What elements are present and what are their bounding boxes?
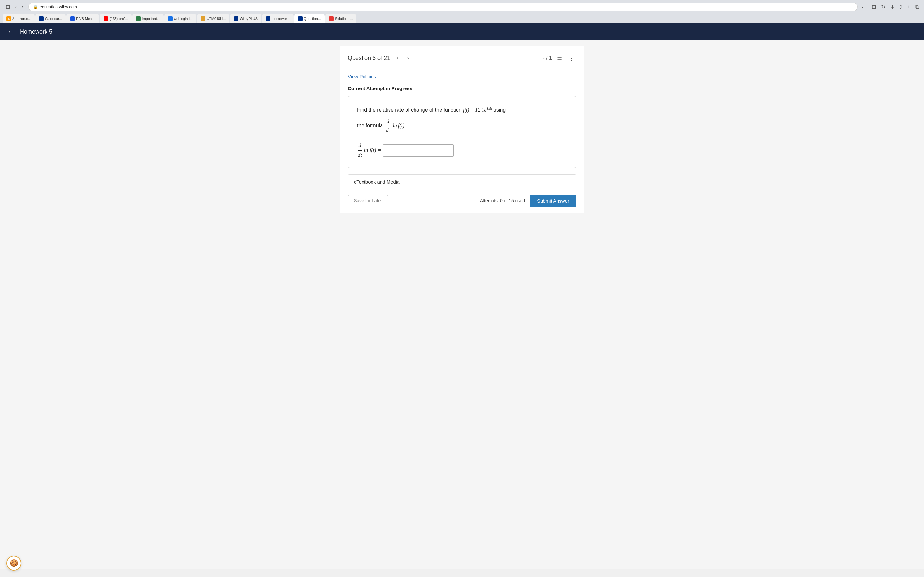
more-options-btn[interactable]: ⋮ <box>567 53 576 63</box>
formula-expression: ln f(t). <box>393 122 405 128</box>
tab-youtube[interactable]: (135) prof... <box>100 14 132 23</box>
formula-fraction: d dt <box>385 117 390 135</box>
question-controls: - / 1 ☰ ⋮ <box>543 53 576 63</box>
url-display: education.wiley.com <box>40 5 77 9</box>
sidebar-toggle-btn[interactable]: ⊞ <box>4 3 12 11</box>
function-expression: f(t) = 12.1e1.5t <box>463 107 492 113</box>
browser-tab-bar: a Amazon.c... Calendar... FIVB Men'... (… <box>0 14 924 23</box>
page-header: ← Homework 5 <box>0 23 924 40</box>
toolbar-actions: 🛡 ⊞ ↻ ⬇ ⤴ + ⧉ <box>860 3 920 11</box>
tab-label-homework: Homewor... <box>272 17 290 21</box>
address-bar[interactable]: 🔒 education.wiley.com <box>28 3 858 11</box>
question-nav: Question 6 of 21 ‹ › <box>348 54 412 62</box>
main-content: Question 6 of 21 ‹ › - / 1 ☰ ⋮ View Poli… <box>0 40 924 569</box>
lock-icon: 🔒 <box>33 5 38 9</box>
tab-weblogin[interactable]: weblogin i... <box>164 14 196 23</box>
browser-toolbar: ⊞ ‹ › 🔒 education.wiley.com 🛡 ⊞ ↻ ⬇ ⤴ + … <box>0 0 924 14</box>
share-btn[interactable]: ⤴ <box>898 3 903 11</box>
math-answer-row: d dt ln f(t) = <box>357 141 567 160</box>
tab-homework[interactable]: Homewor... <box>262 14 294 23</box>
question-list-btn[interactable]: ☰ <box>556 53 564 63</box>
new-tab-btn[interactable]: + <box>906 3 911 11</box>
next-question-btn[interactable]: › <box>405 54 411 62</box>
score-display: - / 1 <box>543 55 552 61</box>
cookie-consent-btn[interactable]: 🍪 <box>6 556 21 569</box>
nav-buttons: ⊞ ‹ › <box>4 3 26 11</box>
page-title: Homework 5 <box>20 29 52 35</box>
attempt-status: Current Attempt in Progress <box>340 83 584 96</box>
tab-label-amazon: Amazon.c... <box>12 17 31 21</box>
attempts-text: Attempts: 0 of 15 used <box>480 198 525 203</box>
reload-btn[interactable]: ↻ <box>880 3 887 11</box>
question-box: Find the relative rate of change of the … <box>348 96 576 168</box>
tab-fivb[interactable]: FIVB Men'... <box>66 14 99 23</box>
tab-label-calendar: Calendar... <box>45 17 62 21</box>
submit-answer-btn[interactable]: Submit Answer <box>530 195 576 207</box>
tab-label-youtube: (135) prof... <box>110 17 128 21</box>
tab-label-question: Question... <box>304 17 321 21</box>
tab-label-important: Important... <box>142 17 160 21</box>
tab-label-weblogin: weblogin i... <box>174 17 192 21</box>
tab-wileyplus[interactable]: WileyPLUS <box>230 14 262 23</box>
header-back-button[interactable]: ← <box>6 27 15 37</box>
view-policies-link[interactable]: View Policies <box>348 74 376 79</box>
tab-label-wileyplus: WileyPLUS <box>240 17 258 21</box>
cookie-icon: 🍪 <box>10 559 18 567</box>
right-controls: Attempts: 0 of 15 used Submit Answer <box>480 195 576 207</box>
tab-amazon[interactable]: a Amazon.c... <box>3 14 35 23</box>
question-text-line2: the formula d dt ln f(t). <box>357 117 567 135</box>
extensions-btn[interactable]: 🛡 <box>860 3 868 11</box>
tab-label-solution: Solution -... <box>335 17 353 21</box>
back-btn[interactable]: ‹ <box>13 3 19 11</box>
tab-label-fivb: FIVB Men'... <box>76 17 95 21</box>
bottom-bar: Save for Later Attempts: 0 of 15 used Su… <box>340 189 584 213</box>
answer-input[interactable] <box>383 144 454 157</box>
view-policies-section: View Policies <box>340 70 584 83</box>
content-wrapper: Question 6 of 21 ‹ › - / 1 ☰ ⋮ View Poli… <box>340 47 584 213</box>
math-content: Find the relative rate of change of the … <box>357 105 567 160</box>
translate-btn[interactable]: ⊞ <box>871 3 877 11</box>
tab-utm010h[interactable]: UTM010H... <box>197 14 229 23</box>
question-header: Question 6 of 21 ‹ › - / 1 ☰ ⋮ <box>340 47 584 70</box>
tab-question[interactable]: Question... <box>294 14 325 23</box>
question-text-line1: Find the relative rate of change of the … <box>357 105 567 114</box>
forward-btn[interactable]: › <box>20 3 25 11</box>
windows-btn[interactable]: ⧉ <box>914 3 920 11</box>
tab-calendar[interactable]: Calendar... <box>35 14 66 23</box>
download-btn[interactable]: ⬇ <box>889 3 896 11</box>
answer-eq-label: ln f(t) = <box>364 146 381 155</box>
browser-chrome: ⊞ ‹ › 🔒 education.wiley.com 🛡 ⊞ ↻ ⬇ ⤴ + … <box>0 0 924 23</box>
etextbook-label: eTextbook and Media <box>354 179 400 185</box>
tab-label-utm010h: UTM010H... <box>207 17 226 21</box>
save-for-later-btn[interactable]: Save for Later <box>348 195 388 206</box>
question-label: Question 6 of 21 <box>348 55 390 61</box>
etextbook-section[interactable]: eTextbook and Media <box>348 174 576 189</box>
prev-question-btn[interactable]: ‹ <box>394 54 401 62</box>
tab-solution[interactable]: Solution -... <box>325 14 357 23</box>
tab-important[interactable]: Important... <box>132 14 164 23</box>
answer-fraction: d dt <box>357 141 363 160</box>
